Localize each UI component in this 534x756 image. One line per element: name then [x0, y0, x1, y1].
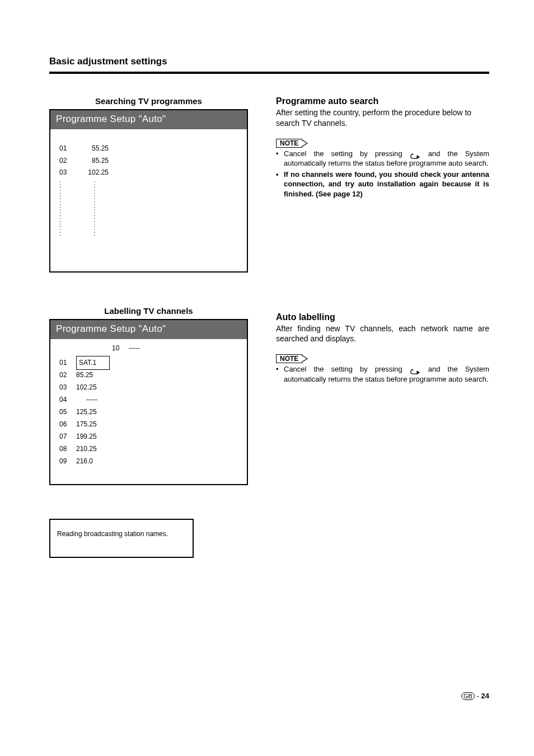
osd2-val: 199.25: [75, 431, 107, 443]
osd2-num: 09: [59, 456, 75, 467]
osd2-row: 01 SAT.1: [56, 356, 241, 369]
intro-auto-labelling: After finding new TV channels, each netw…: [276, 323, 489, 345]
osd-labelling-title: Programme Setup "Auto": [50, 320, 247, 339]
osd2-val: 216.0: [75, 456, 107, 467]
osd2-row: 09 216.0: [56, 455, 241, 467]
page-number: GB - 24: [461, 692, 489, 700]
page-sep: -: [475, 692, 481, 700]
osd2-num: 04: [59, 394, 75, 406]
note-list-2: Cancel the setting by pressing and the S…: [276, 364, 489, 384]
osd1-num: 02: [59, 155, 71, 167]
note-item-bold: If no channels were found, you should ch…: [276, 170, 489, 199]
osd2-row: 02 85.25: [56, 369, 241, 381]
osd1-num: 03: [59, 167, 71, 179]
section-label-searching: Searching TV programmes: [49, 96, 248, 106]
left-column: Searching TV programmes Programme Setup …: [49, 96, 248, 558]
osd1-num: 01: [59, 143, 71, 155]
caption-box: Reading broadcasting station names.: [49, 519, 194, 558]
heading-auto-labelling: Auto labelling: [276, 312, 489, 322]
osd2-header-a: 10: [112, 342, 129, 354]
osd1-continuation-dots: .................... ...................…: [56, 179, 241, 235]
osd2-num: 03: [59, 382, 75, 393]
osd2-num: 05: [59, 406, 75, 418]
note-item: Cancel the setting by pressing and the S…: [276, 149, 489, 168]
osd1-row: 02 85.25: [56, 155, 241, 167]
osd2-header-b: -----: [129, 342, 151, 354]
osd2-val: -----: [75, 394, 107, 406]
osd2-val: 210.25: [75, 443, 107, 455]
section-label-labelling: Labelling TV channels: [49, 306, 248, 316]
intro-programme-auto-search: After setting the country, perform the p…: [276, 107, 489, 129]
osd2-row: 08 210.25: [56, 443, 241, 455]
osd-searching: Programme Setup "Auto" 01 55.25 02 85.25…: [49, 109, 248, 273]
page-num-value: 24: [481, 692, 489, 700]
osd2-num: 02: [59, 369, 75, 381]
osd2-row: 07 199.25: [56, 430, 241, 443]
osd2-row: 06 175.25: [56, 418, 241, 430]
osd1-val: 55.25: [81, 143, 109, 155]
svg-point-1: [412, 369, 414, 371]
osd2-val: 175.25: [75, 419, 107, 430]
osd1-row: 03 102.25: [56, 167, 241, 179]
page-title: Basic adjustment settings: [49, 56, 489, 67]
heading-programme-auto-search: Programme auto search: [276, 96, 489, 106]
note-list-1: Cancel the setting by pressing and the S…: [276, 149, 489, 199]
svg-point-0: [412, 153, 414, 155]
osd2-val: 85.25: [75, 369, 107, 381]
return-icon: [410, 367, 421, 373]
title-rule: [49, 72, 489, 74]
note-tag: NOTE: [276, 354, 302, 363]
osd-searching-title: Programme Setup "Auto": [50, 110, 247, 129]
right-column: Programme auto search After setting the …: [276, 96, 489, 558]
osd1-row: 01 55.25: [56, 143, 241, 155]
osd2-num: 01: [59, 357, 75, 369]
osd2-row: 04 -----: [56, 393, 241, 406]
note-text-a: Cancel the setting by pressing: [284, 149, 410, 158]
return-icon: [410, 151, 421, 157]
osd2-num: 06: [59, 419, 75, 430]
osd2-num: 07: [59, 431, 75, 443]
osd1-val: 85.25: [81, 155, 109, 167]
note-item: Cancel the setting by pressing and the S…: [276, 364, 489, 384]
osd2-val: 102.25: [75, 382, 107, 393]
region-badge: GB: [461, 692, 475, 700]
osd-labelling: Programme Setup "Auto" 10 ----- 01 SAT.1…: [49, 319, 248, 485]
osd2-row: 05 125.25: [56, 406, 241, 418]
osd2-val-selected: SAT.1: [76, 356, 110, 370]
osd2-val: 125.25: [75, 406, 107, 418]
osd2-header-row: 10 -----: [56, 342, 241, 354]
osd2-row: 03 102.25: [56, 381, 241, 393]
osd2-num: 08: [59, 443, 75, 455]
note-text-a: Cancel the setting by pressing: [284, 365, 410, 373]
note-tag: NOTE: [276, 139, 302, 148]
